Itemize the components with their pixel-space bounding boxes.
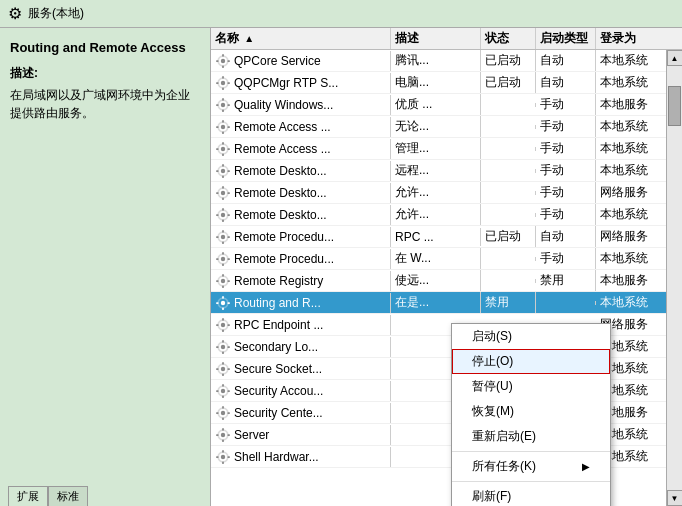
svg-rect-22 bbox=[222, 153, 224, 156]
cell-startup: 自动 bbox=[536, 72, 596, 93]
cell-status: 已启动 bbox=[481, 50, 536, 71]
table-row[interactable]: Secondary Lo... 本地系统 bbox=[211, 336, 682, 358]
svg-point-15 bbox=[221, 124, 225, 128]
svg-rect-39 bbox=[227, 214, 230, 216]
table-body: QPCore Service 腾讯... 已启动 自动 本地系统 QQPCMgr… bbox=[211, 50, 682, 506]
cell-desc: RPC ... bbox=[391, 228, 481, 246]
svg-rect-44 bbox=[227, 236, 230, 238]
col-header-status[interactable]: 状态 bbox=[481, 28, 536, 49]
svg-rect-33 bbox=[216, 192, 219, 194]
table-row[interactable]: Shell Hardwar... 本地系统 bbox=[211, 446, 682, 468]
left-panel: Routing and Remote Access 描述: 在局域网以及广域网环… bbox=[0, 28, 210, 506]
context-menu-item[interactable]: 刷新(F) bbox=[452, 484, 610, 506]
col-header-logon[interactable]: 登录为 bbox=[596, 28, 676, 49]
table-row[interactable]: QPCore Service 腾讯... 已启动 自动 本地系统 bbox=[211, 50, 682, 72]
cell-desc: 优质 ... bbox=[391, 94, 481, 115]
table-row[interactable]: Remote Deskto... 远程... 手动 本地系统 bbox=[211, 160, 682, 182]
service-icon bbox=[215, 53, 231, 69]
svg-point-65 bbox=[221, 344, 225, 348]
table-row[interactable]: Remote Deskto... 允许... 手动 本地系统 bbox=[211, 204, 682, 226]
svg-point-20 bbox=[221, 146, 225, 150]
cell-name: Remote Procedu... bbox=[211, 249, 391, 269]
svg-point-30 bbox=[221, 190, 225, 194]
context-menu-item[interactable]: 启动(S) bbox=[452, 324, 610, 349]
scroll-down-btn[interactable]: ▼ bbox=[667, 490, 683, 506]
svg-rect-78 bbox=[216, 390, 219, 392]
cell-status bbox=[481, 103, 536, 107]
tab-standard[interactable]: 标准 bbox=[48, 486, 88, 506]
service-icon bbox=[215, 361, 231, 377]
table-row[interactable]: Quality Windows... 优质 ... 手动 本地服务 bbox=[211, 94, 682, 116]
svg-rect-72 bbox=[222, 373, 224, 376]
svg-rect-93 bbox=[216, 456, 219, 458]
cell-logon: 本地系统 bbox=[596, 138, 676, 159]
context-menu-item[interactable]: 重新启动(E) bbox=[452, 424, 610, 449]
svg-rect-29 bbox=[227, 170, 230, 172]
svg-rect-49 bbox=[227, 258, 230, 260]
svg-rect-14 bbox=[227, 104, 230, 106]
svg-point-45 bbox=[221, 256, 225, 260]
scroll-up-btn[interactable]: ▲ bbox=[667, 50, 683, 66]
cell-desc: 腾讯... bbox=[391, 50, 481, 71]
col-header-name[interactable]: 名称 ▲ bbox=[211, 28, 391, 49]
context-menu-item[interactable]: 停止(O) bbox=[452, 349, 610, 374]
left-panel-inner: Routing and Remote Access 描述: 在局域网以及广域网环… bbox=[0, 28, 210, 130]
service-icon bbox=[215, 251, 231, 267]
table-row[interactable]: RPC Endpoint ... 网络服务 bbox=[211, 314, 682, 336]
svg-rect-64 bbox=[227, 324, 230, 326]
submenu-arrow: ▶ bbox=[582, 461, 590, 472]
tab-extended[interactable]: 扩展 bbox=[8, 486, 48, 506]
table-row[interactable]: Remote Registry 使远... 禁用 本地服务 bbox=[211, 270, 682, 292]
table-row[interactable]: Security Accou... 本地系统 bbox=[211, 380, 682, 402]
cell-name: Remote Access ... bbox=[211, 139, 391, 159]
svg-rect-42 bbox=[222, 241, 224, 244]
table-row[interactable]: Server 本地系统 bbox=[211, 424, 682, 446]
svg-rect-28 bbox=[216, 170, 219, 172]
svg-rect-54 bbox=[227, 280, 230, 282]
table-row[interactable]: Remote Access ... 管理... 手动 本地系统 bbox=[211, 138, 682, 160]
svg-rect-43 bbox=[216, 236, 219, 238]
service-icon bbox=[215, 229, 231, 245]
table-row[interactable]: Remote Deskto... 允许... 手动 网络服务 bbox=[211, 182, 682, 204]
scroll-thumb[interactable] bbox=[668, 86, 681, 126]
context-menu-item[interactable]: 所有任务(K)▶ bbox=[452, 454, 610, 479]
cell-desc: 使远... bbox=[391, 270, 481, 291]
table-row[interactable]: Routing and R... 在是... 禁用 本地系统 bbox=[211, 292, 682, 314]
svg-point-60 bbox=[221, 322, 225, 326]
svg-rect-36 bbox=[222, 208, 224, 211]
table-row[interactable]: QQPCMgr RTP S... 电脑... 已启动 自动 本地系统 bbox=[211, 72, 682, 94]
table-row[interactable]: Remote Procedu... 在 W... 手动 本地系统 bbox=[211, 248, 682, 270]
svg-rect-91 bbox=[222, 450, 224, 453]
svg-rect-76 bbox=[222, 384, 224, 387]
svg-rect-94 bbox=[227, 456, 230, 458]
cell-name: Server bbox=[211, 425, 391, 445]
svg-point-40 bbox=[221, 234, 225, 238]
svg-rect-71 bbox=[222, 362, 224, 365]
table-row[interactable]: Remote Procedu... RPC ... 已启动 自动 网络服务 bbox=[211, 226, 682, 248]
cell-name: Security Cente... bbox=[211, 403, 391, 423]
svg-rect-7 bbox=[222, 87, 224, 90]
cell-status bbox=[481, 125, 536, 129]
cell-desc: 在是... bbox=[391, 292, 481, 313]
context-menu-item[interactable]: 暂停(U) bbox=[452, 374, 610, 399]
service-icon bbox=[215, 141, 231, 157]
col-header-desc[interactable]: 描述 bbox=[391, 28, 481, 49]
svg-point-25 bbox=[221, 168, 225, 172]
scrollbar[interactable]: ▲ ▼ bbox=[666, 50, 682, 506]
cell-name: Remote Deskto... bbox=[211, 161, 391, 181]
scroll-track[interactable] bbox=[667, 66, 682, 490]
context-menu: 启动(S)停止(O)暂停(U)恢复(M)重新启动(E)所有任务(K)▶刷新(F)… bbox=[451, 323, 611, 506]
table-row[interactable]: Remote Access ... 无论... 手动 本地系统 bbox=[211, 116, 682, 138]
svg-rect-81 bbox=[222, 406, 224, 409]
cell-desc: 管理... bbox=[391, 138, 481, 159]
col-header-startup[interactable]: 启动类型 bbox=[536, 28, 596, 49]
service-list-panel: 名称 ▲ 描述 状态 启动类型 登录为 QPCore Service 腾 bbox=[210, 28, 682, 506]
svg-rect-38 bbox=[216, 214, 219, 216]
svg-rect-31 bbox=[222, 186, 224, 189]
table-row[interactable]: Security Cente... 本地服务 bbox=[211, 402, 682, 424]
svg-rect-12 bbox=[222, 109, 224, 112]
table-row[interactable]: Secure Socket... 本地系统 bbox=[211, 358, 682, 380]
svg-rect-52 bbox=[222, 285, 224, 288]
cell-status bbox=[481, 191, 536, 195]
context-menu-item[interactable]: 恢复(M) bbox=[452, 399, 610, 424]
